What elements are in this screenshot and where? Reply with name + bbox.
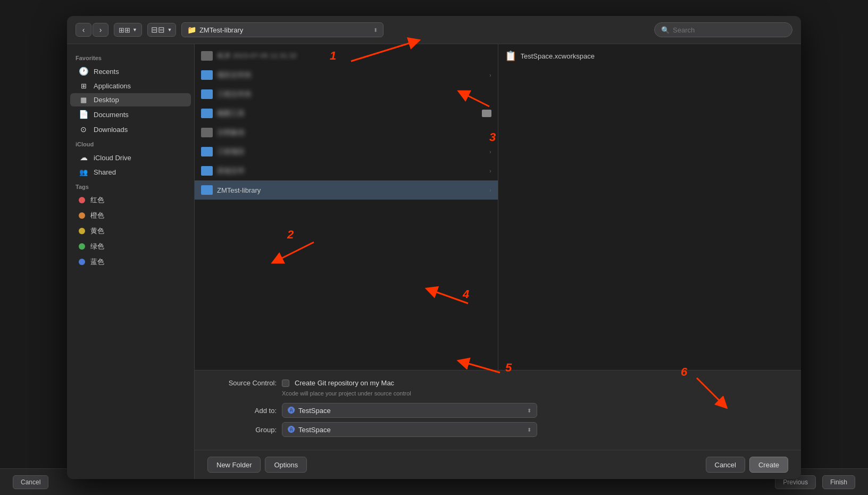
folder-icon: [201, 166, 213, 176]
columns-icon: ⊞⊞: [119, 26, 130, 34]
file-arrow-icon: ›: [489, 149, 491, 155]
file-item-folder2[interactable]: 工程文件夹: [195, 85, 498, 104]
file-thumbnail-icon: [201, 51, 213, 61]
file-name: 工程文件夹: [217, 89, 491, 99]
icloud-label: iCloud: [67, 137, 194, 150]
search-input[interactable]: [673, 26, 786, 34]
cancel-button[interactable]: Cancel: [706, 457, 745, 473]
sidebar-item-applications[interactable]: ⊞ Applications: [70, 79, 191, 93]
file-item-xcworkspace[interactable]: 📋 TestSpace.xcworkspace: [498, 46, 802, 65]
location-chevron-icon: ⬍: [373, 27, 378, 33]
documents-icon: 📄: [79, 110, 88, 119]
badge: [482, 110, 491, 117]
search-icon: 🔍: [661, 26, 670, 34]
file-item-folder4[interactable]: 工程项目 ›: [195, 142, 498, 161]
favorites-label: Favorites: [67, 51, 194, 63]
group-select[interactable]: 🅐 TestSpace ⬍: [282, 422, 537, 437]
left-pane: 截屏 2023-07-05 11:31:32 项目文件夹 › 工程文件夹: [195, 44, 498, 370]
folder-icon: [201, 109, 213, 118]
add-to-stepper-icon: ⬍: [527, 408, 531, 414]
add-to-select[interactable]: 🅐 TestSpace ⬍: [282, 403, 537, 418]
sidebar-item-tag-red[interactable]: 红色: [70, 193, 191, 208]
file-item-folder1[interactable]: 项目文件夹 ›: [195, 65, 498, 85]
file-name: 工程项目: [217, 147, 485, 156]
forward-button[interactable]: ›: [93, 23, 108, 37]
add-to-label: Add to:: [207, 407, 277, 415]
nav-buttons: ‹ ›: [76, 23, 108, 37]
columns-chevron: ▼: [132, 27, 137, 32]
sidebar-item-icloud[interactable]: ☁ iCloud Drive: [70, 150, 191, 165]
sidebar: Favorites 🕐 Recents ⊞ Applications ▦ Des…: [67, 44, 195, 479]
zmtest-folder-name: ZMTest-library: [217, 186, 485, 194]
file-arrow-icon: ›: [489, 168, 491, 174]
create-button[interactable]: Create: [749, 457, 788, 473]
sidebar-item-documents-label: Documents: [94, 111, 129, 119]
toolbar: ‹ › ⊞⊞ ▼ ⊟⊟ ▼ 📁 ZMTest-library ⬍ 🔍: [67, 16, 801, 44]
file-name: 其他文件: [217, 166, 485, 176]
group-stepper-icon: ⬍: [527, 427, 531, 433]
add-to-icon: 🅐: [288, 406, 295, 415]
git-checkbox[interactable]: [282, 380, 289, 387]
file-item-screenshot[interactable]: 截屏 2023-07-05 11:31:32: [195, 46, 498, 65]
applications-icon: ⊞: [79, 82, 88, 90]
sidebar-item-recents-label: Recents: [94, 68, 119, 76]
sidebar-item-shared[interactable]: 👥 Shared: [70, 166, 191, 179]
tag-orange-label: 橙色: [90, 211, 104, 220]
save-dialog: ‹ › ⊞⊞ ▼ ⊟⊟ ▼ 📁 ZMTest-library ⬍ 🔍: [67, 16, 801, 479]
sidebar-item-downloads-label: Downloads: [94, 126, 128, 134]
file-thumbnail-icon: [201, 128, 213, 137]
add-to-row: Add to: 🅐 TestSpace ⬍: [207, 403, 788, 418]
location-bar[interactable]: 📁 ZMTest-library ⬍: [181, 22, 383, 37]
view-columns-button[interactable]: ⊞⊞ ▼: [114, 23, 142, 37]
file-arrow-icon: ›: [489, 72, 491, 78]
folder-icon: [201, 70, 213, 80]
tag-yellow-label: 黄色: [90, 226, 104, 236]
tag-green-dot: [79, 243, 85, 250]
file-item-folder5[interactable]: 其他文件 ›: [195, 161, 498, 180]
sidebar-item-documents[interactable]: 📄 Documents: [70, 107, 191, 122]
sidebar-item-tag-yellow[interactable]: 黄色: [70, 224, 191, 238]
file-name: 截图工具: [217, 109, 478, 118]
sidebar-item-tag-orange[interactable]: 橙色: [70, 208, 191, 223]
sidebar-item-recents[interactable]: 🕐 Recents: [70, 64, 191, 79]
source-control-subtext: Xcode will place your project under sour…: [282, 390, 788, 397]
grid-chevron: ▼: [167, 27, 172, 32]
sidebar-item-shared-label: Shared: [94, 168, 116, 176]
tag-green-label: 绿色: [90, 242, 104, 251]
git-checkbox-label: Create Git repository on my Mac: [295, 379, 394, 387]
sidebar-item-tag-green[interactable]: 绿色: [70, 239, 191, 254]
sidebar-item-tag-blue[interactable]: 蓝色: [70, 254, 191, 269]
sidebar-item-icloud-label: iCloud Drive: [94, 154, 131, 162]
zmtest-folder-icon: [201, 185, 213, 195]
sidebar-item-downloads[interactable]: ⊙ Downloads: [70, 122, 191, 136]
folder-icon: [201, 89, 213, 99]
outer-finish-button[interactable]: Finish: [822, 475, 855, 489]
tag-yellow-dot: [79, 228, 85, 234]
bottom-form: Source Control: Create Git repository on…: [195, 370, 801, 450]
file-item-folder3[interactable]: 截图工具: [195, 104, 498, 123]
file-item-zmtest[interactable]: ZMTest-library ›: [195, 180, 498, 200]
sidebar-item-desktop[interactable]: ▦ Desktop: [70, 93, 191, 106]
group-row: Group: 🅐 TestSpace ⬍: [207, 422, 788, 437]
file-arrow-icon: ›: [489, 187, 491, 193]
options-button[interactable]: Options: [265, 457, 307, 473]
view-grid-button[interactable]: ⊟⊟ ▼: [147, 23, 176, 37]
file-panes: 截屏 2023-07-05 11:31:32 项目文件夹 › 工程文件夹: [195, 44, 801, 370]
group-value: TestSpace: [298, 426, 524, 434]
right-pane: 📋 TestSpace.xcworkspace: [498, 44, 802, 370]
new-folder-button[interactable]: New Folder: [207, 457, 261, 473]
tag-blue-dot: [79, 259, 85, 265]
location-folder-icon: 📁: [187, 26, 196, 34]
icloud-icon: ☁: [79, 153, 88, 162]
folder-icon: [201, 147, 213, 156]
tags-label: Tags: [67, 179, 194, 192]
tag-blue-label: 蓝色: [90, 257, 104, 267]
tag-orange-dot: [79, 212, 85, 219]
back-button[interactable]: ‹: [76, 23, 91, 37]
outer-cancel-button[interactable]: Cancel: [13, 475, 48, 489]
sidebar-item-applications-label: Applications: [94, 82, 131, 90]
file-item-grayfile[interactable]: 文档备份: [195, 123, 498, 142]
source-control-row: Source Control: Create Git repository on…: [207, 379, 788, 387]
xcworkspace-icon: 📋: [505, 50, 516, 62]
add-to-value: TestSpace: [298, 407, 524, 415]
